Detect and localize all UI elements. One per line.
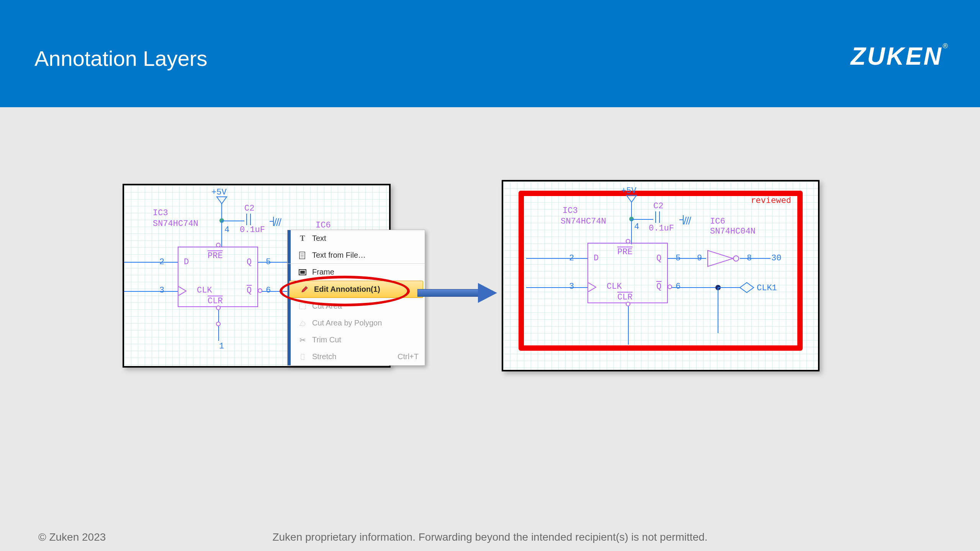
wire (526, 287, 587, 288)
wire (740, 258, 771, 259)
pin-3: 3 (159, 286, 164, 295)
wire (672, 287, 718, 288)
lbl-d: D (594, 253, 599, 263)
clk-tri-icon (178, 286, 187, 296)
lbl-q: Q (247, 257, 252, 267)
ic3-part: SN74HC74N (561, 217, 606, 226)
pin-bubble-icon (626, 302, 630, 306)
wire (718, 287, 718, 333)
menu-item-cut-poly[interactable]: Cut Area by Polygon (288, 315, 425, 332)
text-icon: T (298, 234, 307, 243)
pin-bubble-icon (668, 284, 672, 289)
menu-item-cut-area[interactable]: Cut Area (288, 298, 425, 315)
menu-item-edit-annotation[interactable]: Edit Annotation(1) (289, 281, 423, 298)
svg-line-7 (279, 218, 281, 226)
menu-item-stretch[interactable]: Stretch Ctrl+T (288, 348, 425, 365)
wire (628, 306, 629, 345)
pin-4: 4 (224, 225, 229, 235)
c2-val: 0.1uF (649, 224, 674, 233)
menu-item-text-file[interactable]: Text from File… (288, 247, 425, 264)
inverter-icon (706, 249, 744, 268)
power-tri-icon (626, 195, 637, 203)
context-menu: T Text Text from File… Frame Edit Annota… (287, 230, 425, 366)
svg-line-23 (686, 217, 689, 224)
wire (124, 262, 178, 263)
lbl-pre: PRE (617, 247, 633, 257)
pin-bubble-icon (216, 322, 221, 326)
svg-marker-17 (627, 195, 636, 202)
menu-label: Text from File… (312, 251, 366, 260)
pin-bubble-icon (216, 243, 221, 247)
svg-line-22 (684, 217, 686, 224)
c2-ref: C2 (244, 204, 254, 213)
menu-item-text[interactable]: T Text (288, 230, 425, 247)
pin-30: 30 (771, 253, 781, 263)
stretch-icon (298, 353, 307, 361)
svg-rect-13 (300, 271, 305, 274)
pin-1: 1 (219, 342, 224, 351)
c2-val: 0.1uF (240, 225, 265, 235)
svg-rect-14 (299, 304, 306, 309)
lbl-clr: CLR (208, 296, 223, 306)
lbl-pre: PRE (208, 251, 223, 261)
proprietary-text: Zuken proprietary information. Forwardin… (272, 531, 707, 543)
cut-area-icon (298, 302, 307, 311)
menu-label: Trim Cut (312, 335, 341, 344)
menu-label: Edit Annotation(1) (314, 285, 380, 294)
svg-marker-15 (300, 321, 305, 326)
pencil-icon (300, 285, 309, 294)
ic3-ref: IC3 (563, 206, 578, 216)
lbl-qn: Q (247, 286, 252, 295)
ic6-ref: IC6 (316, 221, 331, 230)
pin-6: 6 (266, 286, 271, 295)
svg-line-6 (276, 218, 279, 226)
menu-item-frame[interactable]: Frame (288, 264, 425, 281)
gnd-icon (270, 217, 283, 227)
pin-3: 3 (569, 282, 574, 291)
svg-line-24 (689, 217, 691, 224)
svg-marker-0 (217, 197, 227, 204)
ic3-part: SN74HC74N (153, 219, 198, 229)
lbl-clk: CLK (197, 286, 212, 295)
menu-item-trim-cut[interactable]: ✂ Trim Cut (288, 332, 425, 348)
lbl-clk: CLK (607, 282, 622, 291)
netlabel-icon (739, 282, 754, 293)
menu-label: Frame (312, 268, 334, 276)
copyright-text: © Zuken 2023 (38, 531, 106, 543)
reviewed-label: reviewed (751, 195, 791, 205)
clk-tri-icon (588, 283, 597, 292)
lbl-qn: Q (656, 282, 661, 291)
slide-footer: © Zuken 2023 Zuken proprietary informati… (0, 528, 980, 547)
wire (631, 219, 653, 220)
file-icon (298, 251, 307, 260)
ic6-ref: IC6 (710, 217, 725, 226)
svg-line-5 (274, 218, 276, 226)
svg-marker-27 (740, 283, 754, 293)
lbl-q: Q (656, 253, 661, 263)
scissors-icon: ✂ (298, 336, 307, 344)
capacitor-icon (244, 214, 254, 225)
brand-text: ZUKEN (851, 43, 942, 70)
pin-6: 6 (676, 282, 681, 291)
lbl-d: D (184, 257, 189, 267)
menu-label: Cut Area by Polygon (312, 319, 382, 327)
wire (631, 219, 632, 244)
wire (718, 287, 741, 288)
wire (221, 221, 222, 247)
c2-ref: C2 (653, 201, 663, 211)
gnd-icon (679, 215, 692, 225)
pin-bubble-icon (626, 239, 630, 244)
wire (221, 221, 244, 221)
ic3-ref: IC3 (153, 208, 168, 218)
menu-label: Text (312, 234, 326, 243)
menu-label: Stretch (312, 352, 336, 361)
menu-label: Cut Area (312, 302, 342, 311)
wire (124, 291, 178, 292)
pin-bubble-icon (216, 306, 221, 310)
lbl-clr: CLR (617, 293, 633, 302)
capacitor-icon (653, 211, 663, 223)
frame-icon (298, 268, 307, 276)
power-tri-icon (216, 196, 227, 204)
svg-rect-16 (301, 354, 304, 360)
menu-shortcut: Ctrl+T (398, 352, 419, 361)
